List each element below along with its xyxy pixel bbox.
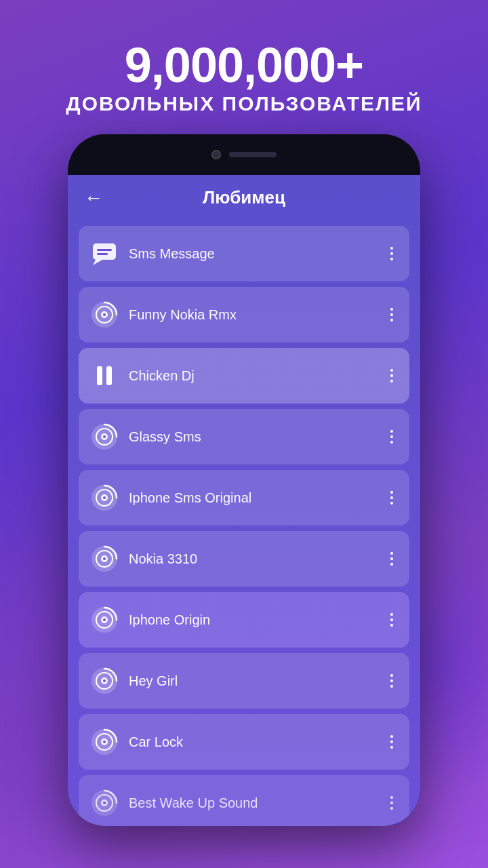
disc-icon-svg [90,789,119,817]
dot [390,502,393,505]
speaker-icon [229,152,277,157]
dot [390,563,393,566]
dot [390,624,393,627]
disc-icon [89,300,119,330]
svg-rect-3 [97,253,108,255]
dot [390,308,393,311]
item-title: Best Wake Up Sound [129,795,375,811]
svg-point-11 [103,435,106,438]
dot [390,679,393,682]
disc-icon [89,483,119,513]
item-menu-button[interactable] [385,363,399,388]
svg-point-27 [103,679,106,682]
message-icon [89,239,119,269]
dot [390,735,393,738]
disc-icon [89,727,119,757]
favorites-list: Sms Message Fu [68,220,420,826]
dot [390,380,393,382]
item-menu-button[interactable] [385,547,399,571]
dot [390,741,393,743]
phone-frame: ← Любимец Sms Message [68,134,420,826]
dot [390,319,393,321]
disc-icon-svg [90,422,119,451]
disc-icon [89,544,119,574]
item-menu-button[interactable] [385,730,399,754]
notch [169,142,319,167]
dot [390,618,393,621]
camera-icon [211,150,221,159]
svg-rect-0 [93,243,116,260]
promo-header: 9,000,000+ ДОВОЛЬНЫХ ПОЛЬЗОВАТЕЛЕЙ [66,41,422,115]
dot [390,796,393,799]
item-title: Sms Message [129,246,375,262]
disc-icon-svg [90,606,119,634]
item-menu-button[interactable] [385,425,399,449]
pause-bar-right [106,366,112,385]
dot [390,802,393,804]
item-menu-button[interactable] [385,608,399,632]
item-title: Iphone Sms Original [129,490,375,506]
list-item-playing[interactable]: Chicken Dj [79,348,409,403]
svg-rect-2 [97,249,112,251]
dot [390,430,393,433]
list-item[interactable]: Glassy Sms [79,409,409,465]
disc-icon-svg [90,667,119,695]
dot [390,441,393,443]
item-menu-button[interactable] [385,241,399,266]
dot [390,746,393,749]
dot [390,374,393,377]
promo-subtitle: ДОВОЛЬНЫХ ПОЛЬЗОВАТЕЛЕЙ [66,92,422,115]
item-title: Chicken Dj [129,368,375,384]
item-menu-button[interactable] [385,302,399,327]
disc-icon-svg [90,484,119,512]
dot [390,552,393,555]
app-title: Любимец [203,187,285,208]
item-title: Hey Girl [129,673,375,689]
sms-icon-svg [90,239,119,268]
disc-icon-svg [90,300,119,329]
list-item-highlighted[interactable]: Iphone Origin [79,592,409,648]
item-menu-button[interactable] [385,669,399,693]
pause-bar-left [97,366,102,385]
dot [390,247,393,250]
list-item[interactable]: Sms Message [79,226,409,281]
list-item[interactable]: Car Lock [79,714,409,770]
dot [390,252,393,255]
dot [390,435,393,438]
phone-screen: ← Любимец Sms Message [68,175,420,826]
dot [390,258,393,260]
svg-point-7 [103,313,106,316]
dot [390,557,393,560]
dot [390,674,393,677]
disc-icon [89,788,119,818]
svg-marker-1 [93,260,102,265]
disc-icon [89,666,119,696]
phone-top [68,134,420,175]
user-count: 9,000,000+ [66,41,422,90]
disc-icon [89,605,119,635]
list-item[interactable]: Hey Girl [79,653,409,709]
list-item[interactable]: Nokia 3310 [79,531,409,587]
list-item[interactable]: Iphone Sms Original [79,470,409,526]
svg-point-23 [103,618,106,621]
svg-point-31 [103,741,106,743]
item-menu-button[interactable] [385,791,399,815]
app-header: ← Любимец [68,175,420,220]
list-item[interactable]: Funny Nokia Rmx [79,287,409,342]
item-title: Funny Nokia Rmx [129,307,375,323]
pause-icon [89,361,119,391]
dot [390,313,393,316]
back-button[interactable]: ← [84,187,103,209]
dot [390,491,393,494]
disc-icon-svg [90,545,119,573]
svg-point-19 [103,557,106,560]
pause-bars [97,366,112,385]
dot [390,496,393,499]
list-item[interactable]: Best Wake Up Sound [79,775,409,826]
item-title: Iphone Origin [129,612,375,628]
svg-point-15 [103,496,106,499]
item-title: Glassy Sms [129,429,375,445]
dot [390,685,393,688]
svg-point-35 [103,802,106,804]
item-menu-button[interactable] [385,486,399,510]
